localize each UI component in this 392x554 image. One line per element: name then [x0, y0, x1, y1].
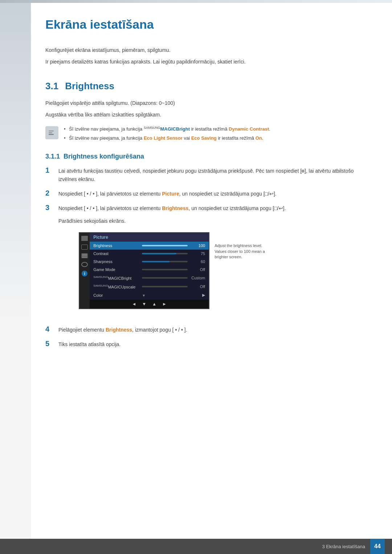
page-wrapper: Ekrāna iestatīšana Konfigurējiet ekrāna …: [0, 0, 392, 554]
nav-right: ►: [162, 301, 167, 307]
svg-rect-2: [49, 132, 52, 133]
desc-text-1: Pielāgojiet vispārējo attēla spilgtumu. …: [45, 99, 370, 107]
key-grid: ⊞: [302, 168, 305, 174]
svg-rect-0: [49, 134, 54, 135]
section-number: 3.1: [45, 81, 58, 91]
menu-item-color: Color ▼ ▶: [90, 291, 209, 300]
menu-line-1: [82, 254, 87, 255]
monitor-screenshot-wrapper: i Picture Brightness 100: [58, 232, 286, 309]
section-heading: 3.1Brightness: [45, 81, 370, 92]
note-line-2: Šī izvēlne nav pieejama, ja funkcija Eco…: [64, 135, 270, 142]
menu-label-gamemode: Game Mode: [93, 267, 139, 272]
screen-monitor-icon: [81, 236, 88, 241]
step-text-1: Lai atvērtu funkcijas taustiņu ceļvedi, …: [58, 167, 370, 183]
menu-label-sharpness: Sharpness: [93, 259, 139, 264]
menu-bar-fill-brightness: [142, 245, 188, 246]
menu-bar-spacer: ▼: [142, 293, 188, 298]
note1-bright: Bright: [176, 126, 190, 132]
callout-text: Adjust the brightness level. Values clos…: [215, 243, 265, 260]
menu-value-color: ▶: [191, 293, 205, 297]
menu-value-magicbright: Custom: [191, 276, 205, 280]
note1-magic: MAGIC: [160, 126, 176, 132]
screen-info-icon: i: [82, 271, 87, 276]
menu-value-brightness: 100: [191, 243, 205, 248]
top-stripe: [0, 0, 392, 3]
menu-label-contrast: Contrast: [93, 251, 139, 256]
monitor-screen: i Picture Brightness 100: [79, 232, 209, 309]
step-text-2: Nospiediet [ • / • ], lai pārvietotos uz…: [58, 190, 370, 198]
menu-bar-contrast: [142, 253, 188, 254]
menu-label-brightness: Brightness: [93, 243, 139, 248]
screen-menu-items: Brightness 100 Contrast 75: [90, 242, 209, 299]
section-title: Brightness: [65, 81, 114, 91]
pencil-icon: [48, 129, 56, 137]
note-line-1: Šī izvēlne nav pieejama, ja funkcija SAM…: [64, 126, 270, 133]
menu-value-gamemode: Off: [191, 267, 205, 272]
brand-super-1: SAMSUNG: [144, 126, 160, 130]
step-5: 5 Tiks iestatīta atlasītā opcija.: [45, 340, 370, 348]
svg-rect-1: [49, 131, 54, 131]
menu-item-sharpness: Sharpness 60: [90, 258, 209, 266]
menu-value-contrast: 75: [191, 251, 205, 256]
note-box: Šī izvēlne nav pieejama, ja funkcija SAM…: [45, 126, 370, 142]
menu-bar-sharpness: [142, 261, 188, 262]
step-text-5: Tiks iestatīta atlasītā opcija.: [58, 340, 370, 348]
step-number-2: 2: [45, 189, 53, 197]
menu-label-color: Color: [93, 293, 139, 297]
step-3: 3 Nospiediet [ • / • ], lai pārvietotos …: [45, 204, 370, 319]
footer-text: 3 Ekrāna iestatīšana: [322, 544, 365, 549]
menu-color-down: ▼: [142, 294, 146, 297]
step4-brightness: Brightness: [106, 327, 132, 333]
menu-bar-brightness: [142, 245, 188, 246]
subsection-title: Brightness konfigurēšana: [64, 153, 144, 160]
note2-on: On: [256, 135, 262, 141]
page-title: Ekrāna iestatīšana: [45, 17, 370, 35]
content-area: Ekrāna iestatīšana Konfigurējiet ekrāna …: [0, 3, 392, 539]
menu-value-magicupscale: Off: [191, 284, 205, 289]
note2-eco-saving: Eco Saving: [191, 135, 217, 141]
nav-up: ▲: [152, 301, 156, 307]
monitor-screenshot: i Picture Brightness 100: [79, 232, 265, 309]
menu-item-gamemode: Game Mode Off: [90, 266, 209, 274]
step-number-4: 4: [45, 325, 53, 333]
step-4: 4 Pielāgojiet elementu Brightness, izman…: [45, 326, 370, 334]
screenshot-appears-text: Parādīsies sekojošais ekrāns.: [58, 217, 286, 225]
menu-bar-fill-sharpness: [142, 261, 170, 262]
menu-bar-gamemode: [142, 269, 188, 270]
screen-arrows-icon: [81, 245, 88, 250]
menu-value-sharpness: 60: [191, 259, 205, 264]
menu-item-contrast: Contrast 75: [90, 250, 209, 258]
menu-item-brightness: Brightness 100: [90, 242, 209, 250]
left-accent: [0, 3, 31, 539]
menu-bar-fill-contrast: [142, 253, 176, 254]
menu-label-magicbright: SAMSUNGMAGICBright: [93, 275, 139, 280]
nav-down: ▼: [142, 301, 146, 307]
step-number-3: 3: [45, 204, 53, 212]
main-content: Ekrāna iestatīšana Konfigurējiet ekrāna …: [31, 3, 392, 539]
footer-page-number: 44: [370, 539, 385, 554]
step-number-5: 5: [45, 340, 53, 348]
steps-list: 1 Lai atvērtu funkcijas taustiņu ceļvedi…: [45, 167, 370, 348]
menu-item-magicupscale: SAMSUNGMAGICUpscale Off: [90, 282, 209, 291]
intro-text-1: Konfigurējiet ekrāna iestatījumus, piemē…: [45, 46, 370, 54]
note-lines: Šī izvēlne nav pieejama, ja funkcija SAM…: [64, 126, 270, 142]
desc-text-2: Augstāka vērtība liks attēlam izskatītie…: [45, 111, 370, 119]
page-footer: 3 Ekrāna iestatīšana 44: [0, 539, 392, 554]
step-3-content: Nospiediet [ • / • ], lai pārvietotos uz…: [58, 204, 286, 319]
step2-picture: Picture: [162, 191, 179, 197]
step-2: 2 Nospiediet [ • / • ], lai pārvietotos …: [45, 190, 370, 198]
screen-nav-bar: ◄ ▼ ▲ ►: [90, 300, 209, 308]
menu-line-2: [82, 255, 87, 256]
note-icon: [45, 126, 58, 139]
step-number-1: 1: [45, 166, 53, 175]
step-1: 1 Lai atvērtu funkcijas taustiņu ceļvedi…: [45, 167, 370, 183]
screen-left-icons: i: [79, 233, 90, 308]
note1-highlight: Dynamic Contrast: [229, 126, 269, 132]
step-text-4: Pielāgojiet elementu Brightness, izmanto…: [58, 326, 370, 334]
menu-bar-magicbright: [142, 277, 188, 279]
note2-eco-light: Eco Light Sensor: [144, 135, 183, 141]
nav-left: ◄: [132, 301, 136, 307]
menu-label-magicupscale: SAMSUNGMAGICUpscale: [93, 284, 139, 289]
screen-menu-header: Picture: [90, 233, 209, 242]
step3-brightness: Brightness: [162, 205, 188, 211]
